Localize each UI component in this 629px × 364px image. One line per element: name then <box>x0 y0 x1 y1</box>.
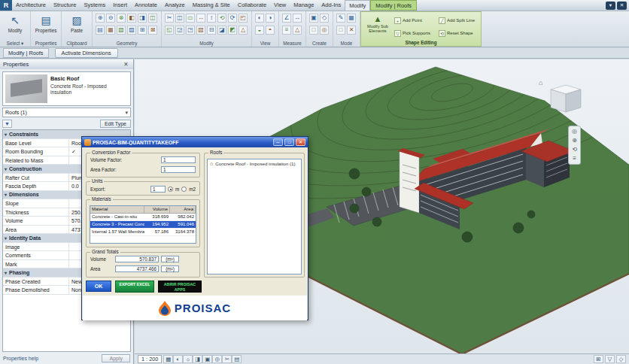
tool-icon[interactable]: □ <box>309 26 318 35</box>
tool-icon[interactable]: ⊖ <box>106 14 115 23</box>
elements-list[interactable]: ⌂ Concrete Roof - Imposed insulation (1) <box>207 159 302 275</box>
tool-icon[interactable]: ◫ <box>175 14 184 23</box>
tool-icon[interactable]: ◩ <box>228 26 237 35</box>
status-icon[interactable]: ◐ <box>173 355 183 363</box>
tool-icon[interactable]: ⊞ <box>138 26 147 35</box>
tab-view[interactable]: View <box>270 0 290 11</box>
tab-collaborate[interactable]: Collaborate <box>234 0 270 11</box>
unit-m2-radio[interactable] <box>181 187 187 192</box>
tool-icon[interactable]: ◫ <box>148 14 157 23</box>
tool-icon[interactable]: ⊟ <box>207 26 216 35</box>
navigation-icon[interactable]: ⊕ <box>572 138 577 144</box>
tool-icon[interactable]: ⟳ <box>228 14 237 23</box>
status-icon[interactable]: ◎ <box>212 355 222 363</box>
tool-icon[interactable]: ◎ <box>320 26 329 35</box>
tool-icon[interactable]: ↔ <box>196 14 205 23</box>
tab-add-ins[interactable]: Add-Ins <box>318 0 345 11</box>
tool-icon[interactable]: ▭ <box>186 14 195 23</box>
dialog-title-bar[interactable]: PROISAC-BIM-QUANTITYTAKEOFF ─ □ ✕ <box>82 137 308 147</box>
application-menu-button[interactable]: R <box>0 0 12 11</box>
modify-button[interactable]: ↖ Modify <box>3 14 27 34</box>
tab-modify-roofs-context[interactable]: Modify | Roofs <box>370 0 417 11</box>
tool-icon[interactable]: ▨ <box>127 26 136 35</box>
area-factor-input[interactable]: 1 <box>161 166 196 173</box>
view-scale-control[interactable]: 1 : 200 <box>138 355 162 363</box>
status-icon[interactable]: ☼ <box>183 355 193 363</box>
status-icon[interactable]: ▦ <box>163 355 173 363</box>
modify-sub-elements-button[interactable]: ▲ Modify Sub Elements <box>364 14 391 39</box>
tool-icon[interactable]: ⊗ <box>117 14 126 23</box>
shape-editing-item[interactable]: +Add Point <box>394 14 436 26</box>
apply-button[interactable]: Apply <box>102 354 130 362</box>
tool-icon[interactable]: ⊠ <box>148 26 157 35</box>
activate-dimensions-button[interactable]: Activate Dimensions <box>55 48 118 58</box>
status-icon[interactable]: ▽ <box>605 355 615 363</box>
properties-palette-header[interactable]: Properties ✕ <box>0 59 133 69</box>
status-icon[interactable]: ✂ <box>222 355 232 363</box>
navigation-bar[interactable]: ◎⊕⟲≡ <box>568 126 581 165</box>
navigation-icon[interactable]: ⟲ <box>572 147 577 153</box>
tool-icon[interactable]: ⊕ <box>96 14 105 23</box>
tool-icon[interactable]: △ <box>239 26 248 35</box>
material-row[interactable]: Internal 1.57 Wall Membrane57.1863164.37… <box>90 229 196 236</box>
panel-label-select[interactable]: Select ▾ <box>0 41 30 46</box>
status-icon[interactable]: ◨ <box>193 355 202 363</box>
material-row[interactable]: Concrete - Cast-in-situ318.699982.042 <box>90 214 196 221</box>
element-selector-dropdown[interactable]: Roofs (1) ▾ <box>2 108 131 117</box>
minimize-icon[interactable]: ─ <box>273 138 283 146</box>
shape-editing-item[interactable]: ╱Add Split Line <box>439 14 478 26</box>
tool-icon[interactable]: △ <box>293 26 302 35</box>
tab-massing-site[interactable]: Massing & Site <box>189 0 234 11</box>
ok-button[interactable]: OK <box>86 281 111 292</box>
tool-icon[interactable]: ◐ <box>255 14 264 23</box>
type-preview[interactable]: Basic Roof Concrete Roof - Imposed insul… <box>2 71 131 106</box>
list-item[interactable]: ⌂ Concrete Roof - Imposed insulation (1) <box>208 159 301 168</box>
export-excel-button[interactable]: EXPORT EXCEL <box>115 281 154 293</box>
close-icon[interactable]: ✕ <box>122 61 130 68</box>
tool-icon[interactable]: ◲ <box>175 26 184 35</box>
tool-icon[interactable]: ◪ <box>217 26 226 35</box>
tab-manage[interactable]: Manage <box>290 0 318 11</box>
navigation-icon[interactable]: ≡ <box>573 156 576 162</box>
tool-icon[interactable]: ▧ <box>196 26 205 35</box>
tab-structure[interactable]: Structure <box>50 0 80 11</box>
filter-icon[interactable]: ▼ <box>2 120 12 128</box>
status-icon[interactable]: ▣ <box>202 355 212 363</box>
tool-icon[interactable]: ▣ <box>309 14 318 23</box>
window-button-icon[interactable]: ✕ <box>617 2 627 10</box>
edit-type-button[interactable]: Edit Type <box>100 120 131 128</box>
tool-icon[interactable]: ✕ <box>347 26 356 35</box>
maximize-icon[interactable]: □ <box>284 138 294 146</box>
viewcube[interactable] <box>551 85 581 112</box>
navigation-icon[interactable]: ◎ <box>572 129 577 135</box>
tool-icon[interactable]: ↕ <box>207 14 216 23</box>
tool-icon[interactable]: ◇ <box>320 14 329 23</box>
tool-icon[interactable]: ▦ <box>347 14 356 23</box>
properties-toggle-button[interactable]: ▤ Properties <box>34 14 58 34</box>
tool-icon[interactable]: ◳ <box>186 26 195 35</box>
tool-icon[interactable]: ▧ <box>117 26 126 35</box>
shape-editing-item[interactable]: ⟲Reset Shape <box>439 27 478 39</box>
tool-icon[interactable]: ◨ <box>138 14 147 23</box>
paste-button[interactable]: ▨ Paste <box>65 14 89 34</box>
close-icon[interactable]: ✕ <box>296 138 305 146</box>
shape-editing-item[interactable]: ▽Pick Supports <box>394 27 436 39</box>
tool-icon[interactable]: ◱ <box>165 26 174 35</box>
tool-icon[interactable]: ∠ <box>282 14 291 23</box>
volume-factor-input[interactable]: 1 <box>161 156 196 163</box>
status-icon[interactable]: ▤ <box>232 355 242 363</box>
tool-icon[interactable]: ◑ <box>266 14 275 23</box>
export-input[interactable]: 1 <box>150 186 166 193</box>
tool-icon[interactable]: ✂ <box>165 14 174 23</box>
tab-insert[interactable]: Insert <box>109 0 131 11</box>
properties-help-link[interactable]: Properties help <box>3 356 38 361</box>
tool-icon[interactable]: ◰ <box>239 14 248 23</box>
tab-architecture[interactable]: Architecture <box>12 0 50 11</box>
tool-icon[interactable]: □ <box>336 26 345 35</box>
status-icon[interactable]: ◇ <box>616 355 626 363</box>
material-row[interactable]: Concrete 3 - Precast Concrete - Rigid194… <box>90 221 196 229</box>
tool-icon[interactable]: ✎ <box>336 14 345 23</box>
tool-icon[interactable]: ↔ <box>293 14 302 23</box>
tab-analyze[interactable]: Analyze <box>161 0 189 11</box>
open-proisac-apps-button[interactable]: ABRIR PROISAC APPS <box>158 281 202 293</box>
